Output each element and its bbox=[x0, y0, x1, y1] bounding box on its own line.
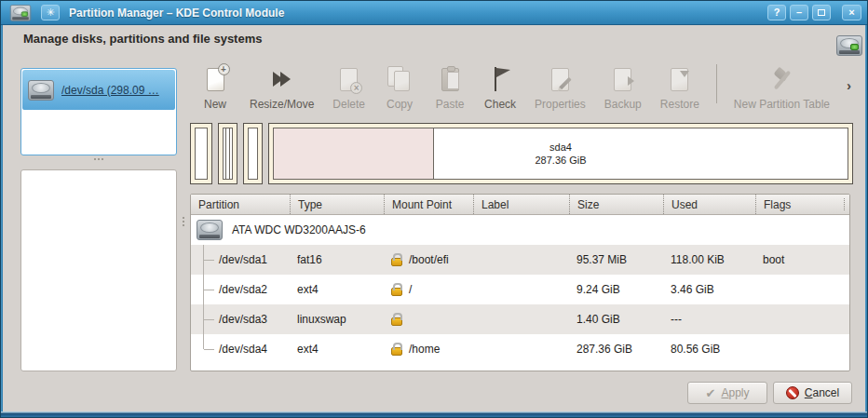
new-partition-table-icon bbox=[766, 64, 797, 94]
column-header-label[interactable]: Label bbox=[473, 195, 569, 214]
toolbar: + New Resize/Move × Delete Copy Paste Ch… bbox=[190, 62, 853, 113]
disk-label: ATA WDC WD3200AAJS-6 bbox=[232, 223, 366, 236]
tree-branch bbox=[203, 245, 216, 275]
partition-widget-sda1[interactable] bbox=[190, 123, 212, 184]
table-row-sda4[interactable]: /dev/sda4 ext4 /home 287.36 GiB 80.56 Gi… bbox=[191, 334, 849, 364]
backup-button[interactable]: Backup bbox=[595, 62, 651, 111]
delete-button[interactable]: × Delete bbox=[323, 62, 374, 111]
panel-splitter-handle[interactable] bbox=[89, 158, 108, 162]
hdd-icon bbox=[28, 80, 54, 101]
window-frame-bottom bbox=[1, 411, 867, 417]
partition-table: Partition Type Mount Point Label Size Us… bbox=[190, 194, 850, 371]
app-hdd-icon bbox=[10, 5, 31, 21]
column-header-size[interactable]: Size bbox=[569, 195, 663, 214]
maximize-button[interactable] bbox=[812, 5, 831, 20]
lock-icon bbox=[391, 288, 402, 296]
column-header-type[interactable]: Type bbox=[290, 195, 384, 214]
help-button[interactable]: ? bbox=[767, 5, 786, 20]
properties-button[interactable]: Properties bbox=[525, 62, 595, 111]
delete-icon: × bbox=[333, 64, 365, 94]
vertical-splitter-handle[interactable] bbox=[182, 217, 185, 232]
restore-icon bbox=[664, 64, 696, 94]
cancel-button[interactable]: Cancel bbox=[773, 382, 852, 404]
column-header-mount-point[interactable]: Mount Point bbox=[384, 195, 473, 214]
window-menu-button[interactable]: ✳ bbox=[41, 5, 60, 20]
partition-widget-sda3[interactable] bbox=[243, 123, 263, 184]
column-header-used[interactable]: Used bbox=[663, 195, 755, 214]
toolbar-overflow-chevron-icon[interactable]: › bbox=[847, 77, 851, 93]
tree-branch-last bbox=[203, 334, 216, 364]
backup-icon bbox=[607, 64, 639, 94]
device-item-sda[interactable]: /dev/sda (298.09 … bbox=[22, 70, 175, 110]
table-header: Partition Type Mount Point Label Size Us… bbox=[191, 195, 849, 215]
tree-branch bbox=[203, 304, 216, 334]
window-frame-left bbox=[1, 25, 3, 417]
partition-widget-sda2[interactable] bbox=[218, 123, 237, 184]
resize-move-button[interactable]: Resize/Move bbox=[240, 62, 323, 111]
paste-icon bbox=[434, 64, 466, 94]
table-row-sda3[interactable]: /dev/sda3 linuxswap 1.40 GiB --- bbox=[191, 304, 849, 334]
lock-icon bbox=[391, 258, 402, 266]
device-list[interactable]: /dev/sda (298.09 … bbox=[20, 68, 177, 155]
copy-icon bbox=[384, 64, 415, 94]
check-button[interactable]: Check bbox=[475, 62, 525, 111]
copy-button[interactable]: Copy bbox=[374, 62, 425, 111]
window-frame-right bbox=[865, 25, 867, 417]
column-header-flags[interactable]: Flags bbox=[755, 195, 849, 214]
check-flag-icon bbox=[484, 64, 516, 94]
paste-button[interactable]: Paste bbox=[425, 62, 475, 111]
close-button[interactable]: × bbox=[842, 5, 861, 20]
tree-branch bbox=[203, 275, 216, 304]
toolbar-separator bbox=[716, 64, 717, 103]
table-row-disk[interactable]: ATA WDC WD3200AAJS-6 bbox=[191, 215, 849, 245]
device-label: /dev/sda (298.09 … bbox=[61, 84, 159, 97]
hdd-icon bbox=[197, 220, 223, 240]
apply-button[interactable]: ✔ Apply bbox=[687, 382, 767, 404]
lock-icon bbox=[391, 347, 402, 356]
new-partition-table-button[interactable]: New Partition Table bbox=[725, 62, 839, 111]
resize-move-icon bbox=[266, 64, 298, 94]
pending-operations-list[interactable] bbox=[20, 169, 177, 371]
table-row-sda2[interactable]: /dev/sda2 ext4 / 9.24 GiB 3.46 GiB bbox=[191, 275, 849, 304]
window-title: Partition Manager – KDE Control Module bbox=[69, 7, 284, 20]
partition-widget-label: sda4 287.36 GiB bbox=[269, 124, 852, 183]
module-hdd-icon bbox=[836, 35, 862, 56]
partition-manager-window: ✳ Partition Manager – KDE Control Module… bbox=[0, 0, 868, 418]
minimize-button[interactable]: – bbox=[790, 5, 808, 20]
lock-icon bbox=[391, 317, 402, 326]
properties-icon bbox=[544, 64, 576, 94]
new-partition-icon: + bbox=[199, 64, 231, 94]
table-row-sda1[interactable]: /dev/sda1 fat16 /boot/efi 95.37 MiB 118.… bbox=[191, 245, 849, 275]
apply-check-icon: ✔ bbox=[706, 387, 716, 399]
restore-button[interactable]: Restore bbox=[651, 62, 709, 111]
cancel-icon bbox=[786, 386, 799, 399]
partition-widget-sda4[interactable]: sda4 287.36 GiB bbox=[268, 123, 853, 184]
maximize-icon bbox=[818, 9, 825, 16]
page-title: Manage disks, partitions and file system… bbox=[23, 32, 262, 46]
column-header-partition[interactable]: Partition bbox=[191, 195, 290, 214]
titlebar[interactable]: ✳ Partition Manager – KDE Control Module… bbox=[1, 1, 867, 25]
new-button[interactable]: + New bbox=[190, 62, 240, 111]
partition-bar: sda4 287.36 GiB bbox=[190, 123, 853, 184]
